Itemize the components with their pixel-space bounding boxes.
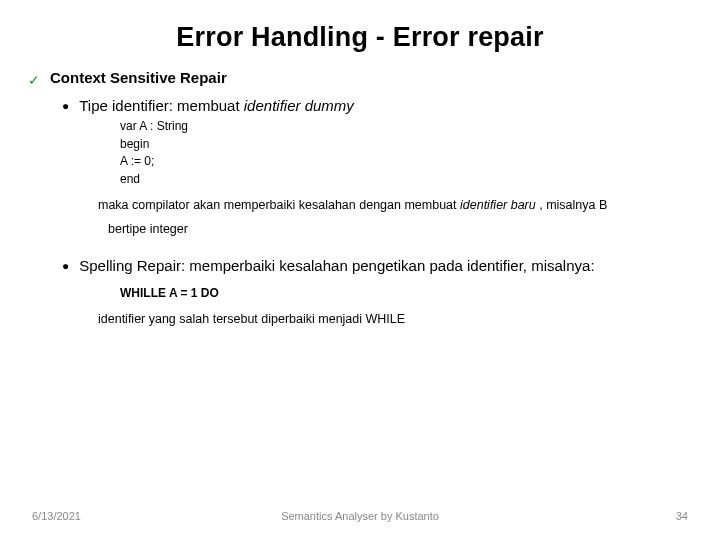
explanation-text: identifier yang salah tersebut diperbaik… <box>98 312 692 326</box>
bullet-label-prefix: Tipe identifier: membuat <box>79 97 244 114</box>
code-line: begin <box>120 136 692 153</box>
footer-page-number: 34 <box>676 510 688 522</box>
footer: 6/13/2021 Semantics Analyser by Kustanto… <box>0 510 720 522</box>
bullet-label: Tipe identifier: membuat identifier dumm… <box>79 97 354 114</box>
bullet-label: Spelling Repair: memperbaiki kesalahan p… <box>79 257 594 274</box>
code-block: var A : String begin A := 0; end <box>120 118 692 188</box>
bullet-icon: ● <box>62 257 69 276</box>
code-line: A := 0; <box>120 153 692 170</box>
footer-center: Semantics Analyser by Kustanto <box>281 510 439 522</box>
explanation-text-2: bertipe integer <box>108 220 692 239</box>
section-heading: Context Sensitive Repair <box>50 69 227 86</box>
expl-post: , misalnya B <box>539 198 607 212</box>
expl-pre: maka compilator akan memperbaiki kesalah… <box>98 198 460 212</box>
code-line-bold: WHILLE A = 1 DO <box>120 286 692 300</box>
explanation-text: maka compilator akan memperbaiki kesalah… <box>98 192 692 218</box>
bullet-item: ● Spelling Repair: memperbaiki kesalahan… <box>62 257 692 276</box>
slide-title: Error Handling - Error repair <box>0 0 720 53</box>
code-line: var A : String <box>120 118 692 135</box>
expl-italic: identifier baru <box>460 198 539 212</box>
content-area: ✓ Context Sensitive Repair ● Tipe identi… <box>0 53 720 326</box>
bullet-icon: ● <box>62 97 69 116</box>
bullet-label-italic: identifier dummy <box>244 97 354 114</box>
check-icon: ✓ <box>28 71 40 89</box>
footer-date: 6/13/2021 <box>32 510 81 522</box>
code-line: end <box>120 171 692 188</box>
bullet-item: ● Tipe identifier: membuat identifier du… <box>62 97 692 116</box>
section-heading-row: ✓ Context Sensitive Repair <box>28 69 692 89</box>
